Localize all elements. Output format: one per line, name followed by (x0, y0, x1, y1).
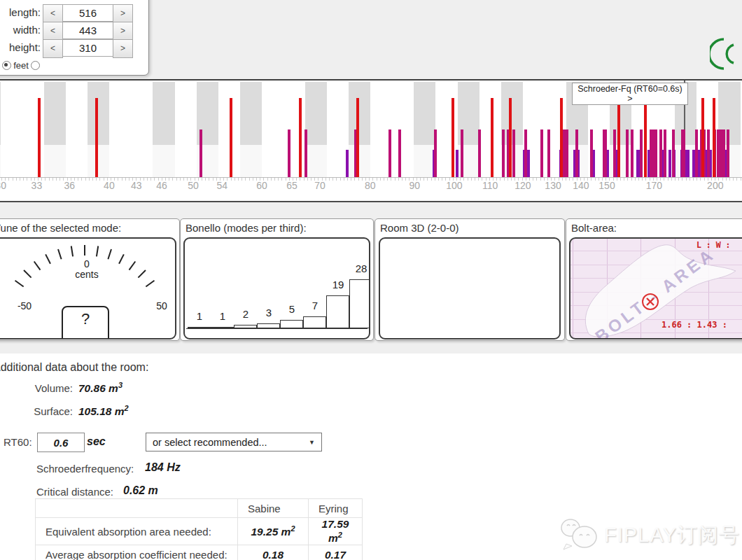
height-decrement-button[interactable]: < (43, 39, 63, 58)
mode-bar-axial[interactable] (38, 98, 41, 177)
table-header-eyring: Eyring (309, 499, 363, 518)
piano-black-key-band-lower (88, 145, 109, 177)
mode-bar-tangential[interactable] (566, 130, 568, 177)
width-increment-button[interactable]: > (113, 22, 133, 41)
mode-bar-tangential[interactable] (626, 130, 629, 177)
mode-bar-tangential[interactable] (722, 130, 725, 177)
mode-bar-tangential[interactable] (575, 130, 578, 177)
mode-bar-tangential[interactable] (631, 130, 634, 177)
mode-bar-tangential[interactable] (727, 130, 729, 177)
mode-bar-axial[interactable] (509, 98, 512, 177)
height-value-field[interactable]: 310 (62, 39, 113, 57)
gauge-max-label: 50 (150, 300, 174, 312)
axis-tick (642, 178, 643, 181)
surface-value: 105.18 m2 (78, 404, 129, 418)
mode-bar-tangential[interactable] (682, 130, 685, 177)
mode-bar-axial[interactable] (356, 98, 359, 177)
width-value-field[interactable]: 443 (62, 22, 113, 39)
axis-tick (132, 178, 133, 181)
mode-bar-axial[interactable] (451, 98, 454, 177)
watermark-text: FIPLAY订阅号 (604, 522, 740, 550)
mode-bar-tangential[interactable] (288, 130, 290, 177)
axis-tick (657, 178, 657, 181)
axis-tick (49, 178, 50, 181)
mode-bar-tangential[interactable] (524, 130, 527, 177)
mode-bar-axial[interactable] (617, 98, 620, 177)
mode-bar-tangential[interactable] (695, 130, 698, 177)
mode-bar-tangential[interactable] (512, 130, 515, 177)
axis-tick-label: 36 (55, 180, 83, 191)
unit-radio-selected[interactable] (2, 61, 11, 70)
width-decrement-button[interactable]: < (43, 22, 63, 41)
mode-bar-tangential[interactable] (304, 130, 307, 177)
mode-bar-axial[interactable] (491, 98, 493, 177)
axis-tick (267, 178, 268, 181)
axis-tick (23, 178, 24, 181)
piano-black-key-band-lower (0, 145, 1, 177)
mode-bar-axial[interactable] (299, 98, 302, 177)
mode-bar-tangential[interactable] (613, 130, 616, 177)
mode-bar-oblique[interactable] (346, 150, 349, 177)
piano-black-key-band (88, 82, 109, 145)
length-value-field[interactable]: 516 (62, 4, 113, 22)
axis-tick (554, 178, 555, 181)
axis-tick (696, 178, 697, 181)
mode-bar-tangential[interactable] (707, 130, 710, 177)
room3d-view[interactable] (379, 237, 561, 340)
axis-tick (202, 178, 202, 181)
axis-tick (544, 178, 545, 181)
mode-bar-tangential[interactable] (461, 130, 463, 177)
length-increment-button[interactable]: > (113, 4, 133, 23)
mode-bar-tangential[interactable] (200, 130, 202, 177)
axis-tick (322, 178, 323, 181)
mode-bar-tangential[interactable] (659, 130, 662, 177)
rt60-input[interactable] (37, 433, 85, 452)
axis-tick (726, 178, 727, 181)
mode-bar-axial[interactable] (230, 98, 232, 177)
mode-bar-tangential[interactable] (398, 130, 401, 177)
mode-bar-tangential[interactable] (478, 130, 481, 177)
mode-bar-oblique[interactable] (527, 150, 530, 177)
mode-bar-axial[interactable] (95, 98, 98, 177)
mode-bar-oblique[interactable] (687, 150, 690, 177)
axis-tick (507, 178, 508, 181)
mode-bar-tangential[interactable] (590, 130, 593, 177)
mode-bar-axial[interactable] (713, 98, 715, 177)
mode-bar-tangential[interactable] (654, 130, 657, 177)
axis-tick (278, 178, 279, 181)
height-label: height: (0, 41, 41, 53)
axis-tick (195, 178, 195, 181)
axis-tick (78, 178, 78, 181)
mode-bar-tangential[interactable] (604, 130, 607, 177)
bonello-bar-label: 3 (257, 307, 281, 318)
bonello-bar (326, 295, 349, 329)
height-increment-button[interactable]: > (113, 39, 133, 58)
mode-bar-tangential[interactable] (640, 130, 643, 177)
recommended-rt60-dropdown[interactable]: or select recommended... ▼ (146, 433, 322, 451)
axis-tick (693, 178, 694, 181)
mode-bar-axial[interactable] (560, 98, 563, 177)
length-decrement-button[interactable]: < (43, 4, 63, 23)
mode-bar-tangential[interactable] (502, 130, 505, 177)
mode-bar-oblique[interactable] (456, 150, 458, 177)
mode-bar-tangential[interactable] (664, 130, 666, 177)
mode-bar-axial[interactable] (644, 98, 647, 177)
piano-black-key-band-lower (349, 145, 370, 177)
axis-tick (395, 178, 396, 181)
mode-bar-tangential[interactable] (434, 130, 437, 177)
mode-bar-tangential[interactable] (388, 130, 391, 177)
mode-bar-tangential[interactable] (547, 130, 550, 177)
axis-tick (678, 178, 679, 181)
axis-tick-label: 65 (278, 180, 306, 191)
axis-tick (559, 178, 559, 181)
bolt-ratio-values: 1.66 : 1.43 : (662, 320, 727, 330)
axis-tick (187, 178, 188, 181)
mode-bar-tangential[interactable] (540, 130, 543, 177)
axis-tick-label: 90 (400, 180, 428, 191)
unit-radio-feet[interactable] (31, 61, 40, 70)
mode-bar-tangential[interactable] (672, 130, 675, 177)
sabine-coefficient-value: 0.18 (238, 545, 309, 560)
axis-tick (569, 178, 570, 181)
axis-tick (478, 178, 479, 181)
mode-bar-axial[interactable] (701, 98, 704, 177)
